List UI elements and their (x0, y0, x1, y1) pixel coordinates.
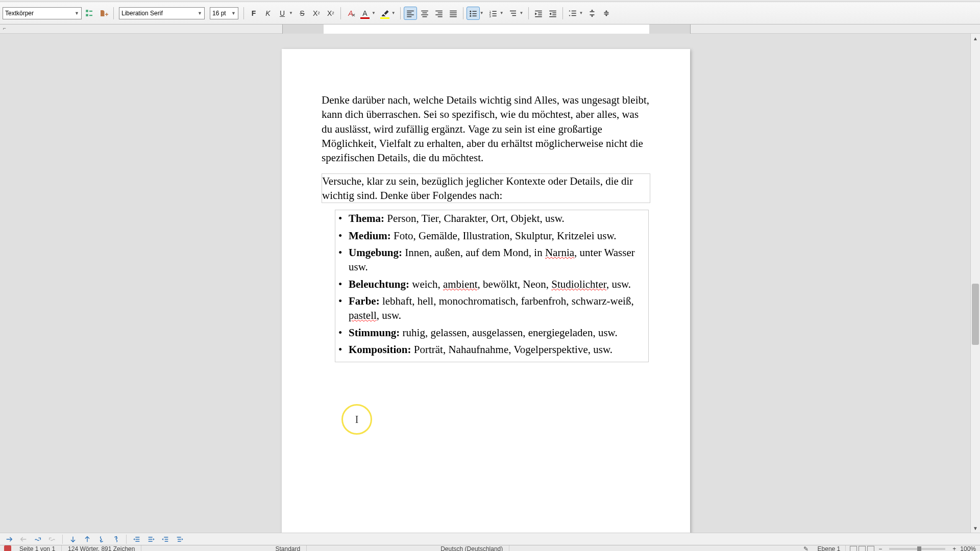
svg-point-0 (470, 10, 471, 12)
paragraph-2[interactable]: Versuche, klar zu sein, bezüglich jeglic… (322, 173, 650, 204)
line-spacing-dropdown[interactable]: ▼ (579, 11, 585, 15)
zoom-minus-icon[interactable]: − (878, 545, 882, 551)
paragraph-1[interactable]: Denke darüber nach, welche Details wicht… (322, 93, 650, 165)
up-arrow-icon[interactable] (81, 534, 93, 545)
promote-level-icon[interactable] (131, 534, 143, 545)
separator (62, 535, 63, 544)
ruler-active (282, 24, 691, 34)
demote-level-icon[interactable] (145, 534, 157, 545)
book-view-icon[interactable] (867, 546, 874, 551)
align-right-button[interactable] (432, 7, 446, 20)
forward-tilde-icon[interactable] (32, 534, 44, 545)
list-item: Farbe: lebhaft, hell, monochromatisch, f… (335, 294, 648, 323)
highlight-color-button[interactable] (378, 7, 391, 20)
status-style[interactable]: Standard (269, 545, 307, 551)
demote-children-icon[interactable] (174, 534, 186, 545)
increase-spacing-button[interactable] (585, 7, 599, 20)
list-item: Komposition: Porträt, Nahaufnahme, Vogel… (335, 342, 648, 357)
font-name-combo[interactable]: Liberation Serif ▼ (119, 7, 205, 19)
scroll-up-icon[interactable]: ▲ (971, 34, 980, 43)
status-page[interactable]: Seite 1 von 1 (13, 545, 62, 551)
highlight-color-indicator (380, 17, 389, 19)
view-layout-icons[interactable] (850, 546, 874, 551)
tab-stop-icon: ⌐ (3, 26, 6, 31)
save-indicator-icon[interactable] (4, 545, 11, 551)
font-color-button[interactable]: A (358, 7, 372, 20)
down-arrow-icon[interactable] (67, 534, 79, 545)
highlight-color-dropdown[interactable]: ▼ (391, 11, 397, 15)
outline-list-dropdown[interactable]: ▼ (520, 11, 525, 15)
underline-dropdown[interactable]: ▼ (289, 11, 295, 15)
back-tilde-icon[interactable] (46, 534, 58, 545)
page-content[interactable]: Denke darüber nach, welche Details wicht… (282, 49, 690, 383)
status-bar: Seite 1 von 1 124 Wörter, 891 Zeichen St… (0, 545, 980, 551)
svg-point-1 (470, 13, 471, 14)
zoom-slider[interactable] (889, 548, 945, 550)
page[interactable]: Denke darüber nach, welche Details wicht… (282, 49, 690, 533)
status-level[interactable]: Ebene 1 (818, 545, 846, 551)
ruler-right-margin (649, 24, 690, 34)
scroll-down-icon[interactable]: ▼ (971, 523, 980, 533)
decrease-spacing-button[interactable] (600, 7, 613, 20)
separator (243, 7, 244, 19)
italic-button[interactable]: K (261, 7, 275, 20)
font-size-combo[interactable]: 16 pt ▼ (210, 7, 238, 19)
separator (463, 7, 463, 19)
superscript-button[interactable]: X2 (310, 7, 323, 20)
single-page-icon[interactable] (850, 546, 857, 551)
underline-button[interactable]: U (276, 7, 289, 20)
align-center-button[interactable] (418, 7, 431, 20)
bold-button[interactable]: F (247, 7, 260, 20)
back-arrow-icon[interactable] (17, 534, 30, 545)
status-zoom[interactable]: 100% (960, 545, 976, 551)
promote-children-icon[interactable] (159, 534, 172, 545)
horizontal-ruler[interactable]: ⌐ (0, 24, 980, 34)
separator (113, 7, 114, 19)
align-left-button[interactable] (404, 7, 417, 20)
font-size-value: 16 pt (212, 10, 226, 17)
up-tilde-icon[interactable] (110, 534, 122, 545)
subscript-button[interactable]: X2 (324, 7, 337, 20)
separator (528, 7, 529, 19)
document-area[interactable]: Denke darüber nach, welche Details wicht… (0, 34, 970, 533)
chevron-down-icon: ▼ (75, 11, 79, 16)
multi-page-icon[interactable] (859, 546, 866, 551)
line-spacing-button[interactable] (566, 7, 579, 20)
bullet-list-button[interactable] (467, 7, 480, 20)
clear-formatting-button[interactable]: A ✕ (344, 7, 357, 20)
forward-arrow-icon[interactable] (3, 534, 15, 545)
new-style-button[interactable] (97, 7, 110, 20)
numbered-list-dropdown[interactable]: ▼ (500, 11, 505, 15)
decrease-indent-button[interactable] (546, 7, 559, 20)
status-signature-icon[interactable]: ✎ (803, 545, 814, 551)
font-color-dropdown[interactable]: ▼ (372, 11, 377, 15)
list-item: Medium: Foto, Gemälde, Illustration, Sku… (335, 229, 648, 243)
bullet-list[interactable]: Thema: Person, Tier, Charakter, Ort, Obj… (335, 210, 649, 362)
list-item: Umgebung: Innen, außen, auf dem Mond, in… (335, 245, 648, 274)
down-tilde-icon[interactable] (95, 534, 108, 545)
separator (400, 7, 401, 19)
vertical-scrollbar[interactable]: ▲ ▼ (970, 34, 980, 533)
scrollbar-thumb[interactable] (972, 284, 979, 345)
paragraph-style-value: Textkörper (5, 10, 34, 17)
cursor-highlight-circle: I (341, 404, 372, 435)
paragraph-style-combo[interactable]: Textkörper ▼ (3, 7, 82, 19)
font-color-indicator (360, 17, 370, 19)
zoom-plus-icon[interactable]: + (952, 545, 956, 551)
ruler-left-margin (283, 24, 324, 34)
navigation-toolbar (0, 533, 980, 545)
separator (126, 535, 127, 544)
align-justify-button[interactable] (447, 7, 460, 20)
increase-indent-button[interactable] (532, 7, 545, 20)
status-words[interactable]: 124 Wörter, 891 Zeichen (62, 545, 141, 551)
text-cursor-icon: I (355, 414, 359, 425)
format-toolbar: Textkörper ▼ Liberation Serif ▼ 16 pt ▼ … (0, 2, 980, 24)
update-style-button[interactable] (83, 7, 96, 20)
numbered-list-button[interactable]: 123 (486, 7, 500, 20)
svg-point-2 (470, 15, 471, 16)
outline-list-button[interactable] (506, 7, 520, 20)
status-language[interactable]: Deutsch (Deutschland) (434, 545, 509, 551)
zoom-slider-thumb[interactable] (917, 546, 921, 551)
strikethrough-button[interactable]: S (296, 7, 309, 20)
bullet-list-dropdown[interactable]: ▼ (480, 11, 485, 15)
